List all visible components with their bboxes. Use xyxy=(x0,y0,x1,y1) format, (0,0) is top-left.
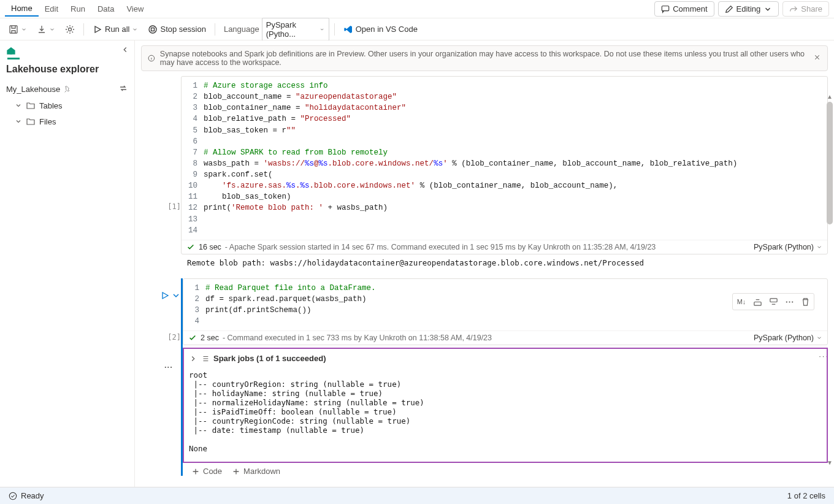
run-all-button[interactable]: Run all xyxy=(89,22,142,37)
lakehouse-name: My_Lakehouse xyxy=(6,85,60,94)
insert-below-icon xyxy=(769,297,778,307)
run-cell-button[interactable] xyxy=(160,291,170,302)
notebook-area: Synapse notebooks and Spark job definiti… xyxy=(135,40,834,487)
svg-rect-0 xyxy=(662,6,669,10)
cell-1: [1] 1# Azure storage access info2blob_ac… xyxy=(135,76,834,271)
insert-above-icon xyxy=(753,297,762,307)
tree-files[interactable]: Files xyxy=(0,113,134,129)
editing-label: Editing xyxy=(736,4,761,13)
share-label: Share xyxy=(801,4,822,13)
settings-button[interactable] xyxy=(61,22,78,37)
chevron-down-icon xyxy=(816,244,822,250)
schema-output: root |-- countryOrRegion: string (nullab… xyxy=(189,367,822,457)
chevron-down-icon xyxy=(763,5,772,13)
play-icon xyxy=(93,25,102,34)
sidebar-title: Lakehouse explorer xyxy=(0,60,134,81)
run-cell-menu-button[interactable] xyxy=(171,291,181,302)
lakehouse-row[interactable]: My_Lakehouse xyxy=(0,81,134,97)
sidebar: Lakehouse explorer My_Lakehouse Tables F… xyxy=(0,40,135,487)
pin-icon[interactable] xyxy=(64,85,72,93)
chevron-down-icon xyxy=(319,26,324,32)
svg-point-8 xyxy=(786,301,787,302)
cell-output: Remote blob path: wasbs://holidaydatacon… xyxy=(181,254,828,271)
menu-run[interactable]: Run xyxy=(64,2,91,16)
check-circle-icon xyxy=(9,492,17,500)
svg-rect-7 xyxy=(770,298,776,302)
menu-home[interactable]: Home xyxy=(5,1,39,17)
svg-point-9 xyxy=(789,301,790,302)
code-editor[interactable]: 1# Azure storage access info2blob_accoun… xyxy=(182,77,827,240)
add-cell-row: Code Markdown xyxy=(183,463,828,476)
cell-language[interactable]: PySpark (Python) xyxy=(754,243,822,251)
svg-rect-1 xyxy=(10,26,17,33)
trash-icon xyxy=(801,297,810,307)
scroll-down-arrow[interactable]: ▼ xyxy=(827,459,833,466)
swap-lakehouse-button[interactable] xyxy=(118,83,128,95)
markdown-toggle-button[interactable]: M↓ xyxy=(735,296,748,308)
collapse-sidebar-button[interactable] xyxy=(121,45,129,56)
stop-icon xyxy=(148,25,158,34)
stop-session-button[interactable]: Stop session xyxy=(144,22,209,37)
language-label: Language xyxy=(224,25,259,34)
add-code-cell-button[interactable]: Code xyxy=(191,467,222,476)
chevron-right-icon xyxy=(189,354,197,363)
open-vscode-button[interactable]: Open in VS Code xyxy=(340,22,421,37)
chevron-down-icon xyxy=(816,335,822,341)
close-banner-button[interactable] xyxy=(813,53,821,63)
output-more-button[interactable]: ··· xyxy=(164,362,173,372)
menu-edit[interactable]: Edit xyxy=(39,2,64,16)
menubar: Home Edit Run Data View Comment Editing … xyxy=(0,0,834,18)
more-button[interactable] xyxy=(783,296,795,308)
tree-tables-label: Tables xyxy=(39,101,63,110)
chevron-down-icon xyxy=(171,291,181,300)
download-icon xyxy=(37,25,47,34)
pencil-icon xyxy=(725,5,733,13)
cell-language[interactable]: PySpark (Python) xyxy=(754,334,822,342)
folder-icon xyxy=(26,116,36,126)
info-icon xyxy=(148,54,155,63)
tree-tables[interactable]: Tables xyxy=(0,97,134,113)
scrollbar-thumb[interactable] xyxy=(827,102,833,224)
svg-point-11 xyxy=(9,492,16,499)
code-editor[interactable]: 1# Read Parquet file into a DataFrame.2d… xyxy=(183,279,827,331)
comment-button[interactable]: Comment xyxy=(654,1,714,17)
check-icon xyxy=(188,334,197,342)
share-button: Share xyxy=(782,1,829,17)
svg-rect-6 xyxy=(754,302,760,305)
statusbar: Ready 1 of 2 cells xyxy=(0,487,834,504)
cell-status-row: 2 sec - Command executed in 1 sec 733 ms… xyxy=(183,330,827,345)
check-icon xyxy=(186,243,195,251)
save-button[interactable] xyxy=(5,22,31,37)
menu-view[interactable]: View xyxy=(120,2,150,16)
delete-cell-button[interactable] xyxy=(799,296,811,308)
tree-files-label: Files xyxy=(39,117,56,126)
editing-button[interactable]: Editing xyxy=(718,1,779,17)
share-icon xyxy=(789,5,798,13)
download-button[interactable] xyxy=(33,22,59,37)
insert-below-button[interactable] xyxy=(767,296,779,308)
chevron-down-icon xyxy=(49,26,55,32)
spark-jobs-row[interactable]: Spark jobs (1 of 1 succeeded) xyxy=(189,353,822,367)
close-icon xyxy=(813,53,821,61)
open-vscode-label: Open in VS Code xyxy=(356,25,418,34)
cell-index: [1] xyxy=(167,202,181,211)
scroll-up-arrow[interactable]: ▲ xyxy=(827,93,833,100)
add-markdown-cell-button[interactable]: Markdown xyxy=(232,467,280,476)
folder-icon xyxy=(26,101,36,110)
insert-above-button[interactable] xyxy=(751,296,763,308)
plus-icon xyxy=(191,467,200,476)
status-duration: 2 sec xyxy=(201,334,219,342)
chevron-down-icon xyxy=(15,102,22,109)
cell-status-row: 16 sec - Apache Spark session started in… xyxy=(182,240,827,254)
menu-data[interactable]: Data xyxy=(91,2,120,16)
language-select[interactable]: PySpark (Pytho... xyxy=(262,18,329,41)
language-value: PySpark (Pytho... xyxy=(266,20,318,39)
cell-toolbar: M↓ xyxy=(732,293,814,310)
gear-icon xyxy=(65,25,75,34)
toolbar: Run all Stop session Language PySpark (P… xyxy=(0,18,834,40)
comment-label: Comment xyxy=(673,4,707,13)
stop-session-label: Stop session xyxy=(160,25,205,34)
status-text: - Command executed in 1 sec 733 ms by Ka… xyxy=(223,334,492,342)
save-icon xyxy=(9,25,18,34)
preview-banner: Synapse notebooks and Spark job definiti… xyxy=(141,45,828,71)
